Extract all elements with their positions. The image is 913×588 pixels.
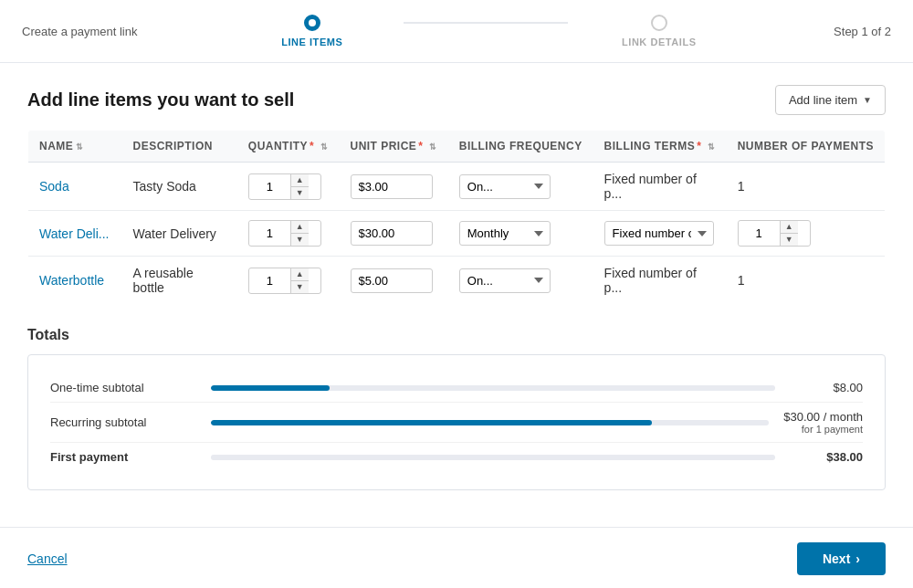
totals-bar-recurring	[211, 420, 769, 425]
next-label: Next	[823, 551, 850, 566]
col-header-billing-terms: BILLING TERMS* ⇅	[593, 131, 727, 163]
quantity-input[interactable]	[249, 222, 290, 245]
cell-payments: 1	[727, 257, 886, 305]
cell-billing-terms: Fixed nu... Fixed number of payments	[593, 211, 727, 257]
table-row: Soda Tasty Soda ▲ ▼	[28, 163, 886, 211]
totals-title: Totals	[27, 327, 886, 343]
step-link-details: LINK DETAILS	[568, 15, 750, 47]
totals-bar-bg	[211, 455, 775, 460]
cell-description: A reusable bottle	[122, 257, 237, 305]
cell-billing-terms: Fixed number of p...	[593, 163, 727, 211]
quantity-decrement[interactable]: ▼	[291, 234, 309, 246]
billing-frequency-select-wrap: Mo... One-time Monthly	[459, 221, 551, 246]
required-qty: *	[310, 140, 314, 152]
sort-icon-qty: ⇅	[320, 142, 328, 152]
totals-bar-first-payment	[211, 455, 775, 460]
totals-label-one-time: One-time subtotal	[50, 381, 196, 394]
billing-terms-select-wrap: Fixed nu... Fixed number of payments	[604, 221, 714, 246]
cell-quantity: ▲ ▼	[237, 211, 340, 257]
cell-price	[340, 163, 448, 211]
step-label-link-details: LINK DETAILS	[622, 37, 697, 47]
step-circle-link-details	[651, 15, 667, 31]
totals-bar-fill	[211, 385, 330, 391]
cell-price	[340, 257, 448, 305]
totals-label-recurring: Recurring subtotal	[50, 415, 196, 429]
step-indicator: Step 1 of 2	[834, 25, 891, 38]
cell-payments: ▲ ▼	[727, 211, 886, 257]
table-header: NAME⇅ DESCRIPTION QUANTITY* ⇅ UNIT PRICE…	[28, 131, 886, 163]
quantity-increment[interactable]: ▲	[291, 221, 309, 234]
create-label: Create a payment link	[22, 25, 137, 38]
totals-row-recurring: Recurring subtotal $30.00 / month for 1 …	[50, 403, 863, 443]
col-header-billing-frequency: BILLING FREQUENCY	[448, 131, 593, 163]
totals-label-first-payment: First payment	[50, 450, 196, 464]
quantity-spinners: ▲ ▼	[290, 174, 309, 199]
step-line-items: LINE ITEMS	[221, 15, 404, 47]
cell-name: Waterbottle	[28, 257, 122, 305]
cell-billing-terms: Fixed number of p...	[593, 257, 727, 305]
cell-billing-frequency: On... One-time Monthly	[448, 163, 593, 211]
billing-terms-text: Fixed number of p...	[604, 172, 697, 201]
price-input[interactable]	[351, 221, 433, 246]
totals-bar-fill	[211, 420, 652, 425]
billing-frequency-select[interactable]: On... One-time Monthly	[459, 268, 551, 293]
col-header-payments: NUMBER OF PAYMENTS	[727, 131, 886, 163]
cell-quantity: ▲ ▼	[237, 257, 340, 305]
required-price: *	[418, 140, 423, 152]
totals-bar-one-time	[211, 385, 775, 391]
step-connector	[404, 22, 568, 24]
billing-terms-text: Fixed number of p...	[604, 266, 697, 295]
cell-quantity: ▲ ▼	[237, 163, 340, 211]
item-link-soda[interactable]: Soda	[39, 179, 69, 194]
col-header-description: DESCRIPTION	[122, 131, 237, 163]
cell-billing-frequency: Mo... One-time Monthly	[448, 211, 593, 257]
totals-value-first-payment: $38.00	[790, 450, 863, 464]
quantity-input[interactable]	[249, 269, 290, 292]
billing-terms-select[interactable]: Fixed nu... Fixed number of payments	[604, 221, 714, 246]
quantity-input-wrap: ▲ ▼	[248, 268, 321, 294]
section-title: Add line items you want to sell	[27, 89, 294, 110]
totals-box: One-time subtotal $8.00 Recurring subtot…	[27, 354, 886, 490]
quantity-decrement[interactable]: ▼	[291, 281, 309, 293]
payments-spinners: ▲ ▼	[780, 221, 798, 246]
totals-value-recurring-wrap: $30.00 / month for 1 payment	[783, 410, 863, 435]
quantity-increment[interactable]: ▲	[291, 174, 309, 187]
quantity-input-wrap: ▲ ▼	[248, 173, 321, 200]
quantity-input[interactable]	[249, 175, 290, 198]
quantity-input-wrap: ▲ ▼	[248, 220, 321, 247]
main-content: Add line items you want to sell Add line…	[0, 63, 913, 512]
totals-bar-bg	[211, 420, 769, 425]
next-button[interactable]: Next ›	[797, 542, 886, 575]
item-link-water[interactable]: Water Deli...	[39, 226, 110, 241]
add-line-item-label: Add line item	[789, 93, 857, 107]
cell-name: Water Deli...	[28, 211, 122, 257]
totals-row-one-time: One-time subtotal $8.00	[50, 373, 863, 403]
billing-frequency-select-wrap: On... One-time Monthly	[459, 174, 551, 199]
cell-price	[340, 211, 448, 257]
quantity-spinners: ▲ ▼	[290, 268, 309, 293]
item-link-waterbottle[interactable]: Waterbottle	[39, 273, 104, 288]
billing-frequency-select[interactable]: On... One-time Monthly	[459, 174, 551, 199]
quantity-spinners: ▲ ▼	[290, 221, 309, 246]
col-header-unit-price: UNIT PRICE* ⇅	[340, 131, 448, 163]
quantity-increment[interactable]: ▲	[291, 268, 309, 281]
add-line-item-button[interactable]: Add line item ▼	[775, 85, 886, 115]
totals-bar-bg	[211, 385, 775, 391]
quantity-decrement[interactable]: ▼	[291, 187, 309, 199]
price-input[interactable]	[351, 174, 433, 199]
totals-section: Totals One-time subtotal $8.00 Recurring…	[27, 327, 886, 490]
sort-icon-price: ⇅	[429, 142, 436, 152]
payments-input[interactable]	[739, 222, 780, 245]
table-row: Waterbottle A reusable bottle ▲ ▼	[28, 257, 886, 305]
cell-description: Water Delivery	[122, 211, 237, 257]
cell-payments: 1	[727, 163, 886, 211]
totals-value-one-time: $8.00	[790, 381, 863, 394]
payments-increment[interactable]: ▲	[781, 221, 798, 234]
payments-decrement[interactable]: ▼	[781, 234, 798, 246]
top-bar: Create a payment link LINE ITEMS LINK DE…	[0, 0, 913, 63]
price-input[interactable]	[351, 268, 433, 293]
progress-steps: LINE ITEMS LINK DETAILS	[137, 15, 834, 47]
table-body: Soda Tasty Soda ▲ ▼	[28, 163, 886, 305]
billing-frequency-select[interactable]: Mo... One-time Monthly	[459, 221, 551, 246]
cancel-button[interactable]: Cancel	[27, 551, 68, 566]
